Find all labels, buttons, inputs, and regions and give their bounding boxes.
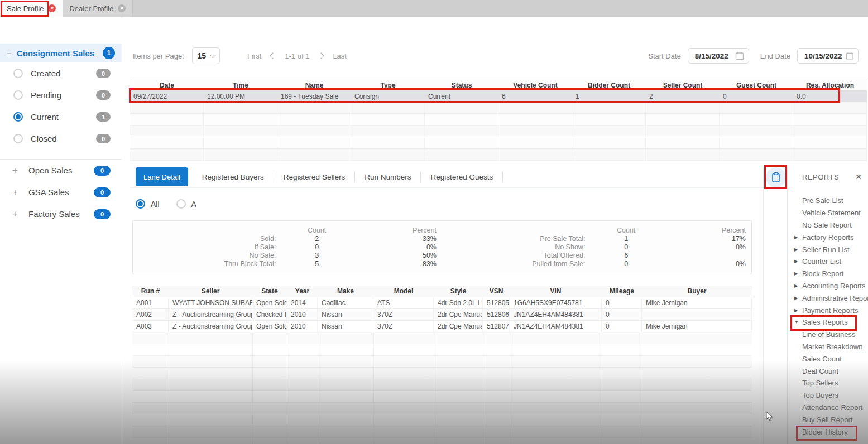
close-tab-icon[interactable]: ✕ bbox=[118, 4, 126, 12]
report-label: Market Breakdown bbox=[802, 342, 862, 351]
radio-icon[interactable] bbox=[176, 199, 186, 209]
radio-icon[interactable] bbox=[13, 134, 23, 143]
summary-right: Count Percent Pre Sale Total: 1 17% No S… bbox=[442, 226, 751, 274]
count-badge: 0 bbox=[96, 90, 111, 100]
report-label: Attendance Report bbox=[802, 403, 862, 412]
report-item-deal-count[interactable]: Deal Count bbox=[788, 365, 868, 377]
report-item-vehicle-statement[interactable]: Vehicle Statement bbox=[788, 207, 868, 219]
tab-registered-sellers[interactable]: Registered Sellers bbox=[274, 171, 355, 182]
report-item-counter-list[interactable]: ▶Counter List bbox=[788, 255, 868, 268]
report-item-no-sale-report[interactable]: No Sale Report bbox=[788, 219, 868, 231]
chevron-left-icon[interactable] bbox=[270, 52, 276, 59]
column-header: Mileage bbox=[602, 286, 642, 297]
empty-row bbox=[132, 426, 752, 438]
reports-title: REPORTS bbox=[802, 173, 855, 181]
cell-seller: Z - Auctionstreaming Group LLC bbox=[169, 321, 252, 332]
cell-make: Nissan bbox=[318, 321, 373, 332]
report-item-sales-count[interactable]: Sales Count bbox=[788, 353, 868, 365]
cell-vehicle-count: 6 bbox=[498, 91, 572, 102]
sidebar-item-label: Current bbox=[31, 112, 96, 122]
cell-vin: JN1AZ4EH4AM484381 bbox=[510, 309, 602, 320]
sidebar-section-factory-sales[interactable]: + Factory Sales 0 bbox=[0, 203, 122, 225]
report-item-line-of-business[interactable]: Line of Business bbox=[788, 329, 868, 341]
chevron-right-icon: ▶ bbox=[794, 283, 798, 288]
report-item-pre-sale-list[interactable]: Pre Sale List bbox=[788, 195, 868, 207]
collapse-icon[interactable]: − bbox=[7, 49, 17, 58]
reports-clipboard-button[interactable] bbox=[766, 167, 786, 187]
report-item-block-report[interactable]: ▶Block Report bbox=[788, 268, 868, 280]
tab-run-numbers[interactable]: Run Numbers bbox=[355, 171, 421, 182]
start-date-input[interactable]: 8/15/2022 bbox=[688, 48, 749, 64]
tab-dealer-profile[interactable]: Dealer Profile ✕ bbox=[63, 0, 133, 17]
sidebar-item-label: GSA Sales bbox=[28, 187, 94, 197]
report-item-accounting-reports[interactable]: ▶Accounting Reports bbox=[788, 280, 868, 292]
sidebar-item-label: Created bbox=[31, 69, 96, 78]
tab-registered-guests[interactable]: Registered Guests bbox=[421, 171, 503, 182]
stat-label: Pre Sale Total: bbox=[442, 235, 587, 243]
pagination-last[interactable]: Last bbox=[333, 52, 347, 60]
report-label: Seller Run List bbox=[802, 245, 850, 254]
items-per-page-select[interactable]: 15 bbox=[192, 47, 220, 64]
sidebar-item-closed[interactable]: Closed 0 bbox=[0, 128, 122, 149]
report-item-market-breakdown[interactable]: Market Breakdown bbox=[788, 341, 868, 353]
cell-model: ATS bbox=[373, 297, 434, 308]
sales-table-row-selected[interactable]: 09/27/2022 12:00:00 PM 169 - Tuesday Sal… bbox=[130, 91, 867, 102]
tab-sale-profile[interactable]: Sale Profile ✕ bbox=[0, 0, 63, 17]
stat-count: 5 bbox=[278, 260, 356, 268]
chevron-right-icon: ▶ bbox=[794, 296, 798, 301]
lane-filter-all[interactable]: All bbox=[136, 199, 160, 209]
report-label: Buy Sell Report bbox=[802, 416, 852, 424]
close-tab-icon[interactable]: ✕ bbox=[48, 4, 56, 12]
cell-seller: Z - Auctionstreaming Group LLC bbox=[169, 309, 252, 320]
calendar-icon[interactable] bbox=[846, 51, 853, 60]
expand-icon[interactable]: + bbox=[12, 165, 23, 176]
percent-header: Percent bbox=[665, 226, 751, 234]
tab-registered-buyers[interactable]: Registered Buyers bbox=[193, 171, 274, 182]
sidebar-item-created[interactable]: Created 0 bbox=[0, 62, 122, 84]
calendar-icon[interactable] bbox=[735, 51, 744, 60]
empty-row bbox=[130, 102, 867, 114]
cell-state: Open Sold bbox=[252, 321, 287, 332]
close-icon[interactable]: ✕ bbox=[855, 172, 862, 181]
report-item-bidder-history[interactable]: Bidder History bbox=[788, 426, 868, 438]
cell-time: 12:00:00 PM bbox=[204, 91, 277, 102]
cell-style: 2dr Cpe Manual ... bbox=[434, 321, 483, 332]
sidebar-section-gsa-sales[interactable]: + GSA Sales 0 bbox=[0, 181, 122, 203]
end-date-input[interactable]: 10/15/2022 bbox=[797, 48, 859, 64]
vehicle-row[interactable]: A002 Z - Auctionstreaming Group LLC Chec… bbox=[132, 309, 752, 321]
chevron-right-icon[interactable] bbox=[318, 52, 324, 59]
sidebar-item-pending[interactable]: Pending 0 bbox=[0, 84, 122, 106]
radio-icon[interactable] bbox=[13, 90, 23, 100]
stat-percent: 0% bbox=[665, 243, 751, 251]
sidebar-section-open-sales[interactable]: + Open Sales 0 bbox=[0, 160, 122, 181]
report-item-seller-run-list[interactable]: ▶Seller Run List bbox=[788, 243, 868, 255]
items-per-page-group: Items per Page: 15 bbox=[133, 48, 220, 64]
report-item-buy-sell-report[interactable]: Buy Sell Report bbox=[788, 413, 868, 426]
tab-lane-detail[interactable]: Lane Detail bbox=[136, 167, 188, 186]
report-item-top-buyers[interactable]: Top Buyers bbox=[788, 389, 868, 402]
count-badge: 0 bbox=[96, 69, 111, 78]
reports-panel: REPORTS ✕ Pre Sale List Vehicle Statemen… bbox=[787, 167, 868, 444]
pagination-first[interactable]: First bbox=[247, 52, 261, 60]
cell-model: 370Z bbox=[373, 321, 434, 332]
report-item-payment-reports[interactable]: ▶Payment Reports bbox=[788, 304, 868, 316]
report-item-factory-reports[interactable]: ▶Factory Reports bbox=[788, 231, 868, 243]
radio-selected-icon[interactable] bbox=[13, 112, 23, 122]
radio-selected-icon[interactable] bbox=[136, 199, 145, 209]
report-item-sales-reports[interactable]: ▼Sales Reports bbox=[788, 316, 868, 329]
sidebar: − Consignment Sales 1 Created 0 Pending … bbox=[0, 17, 122, 444]
report-item-top-sellers[interactable]: Top Sellers bbox=[788, 377, 868, 389]
vehicle-row[interactable]: A001 WYATT JOHNSON SUBARU H... Open Sold… bbox=[132, 297, 752, 309]
sidebar-item-current[interactable]: Current 1 bbox=[0, 106, 122, 128]
radio-icon[interactable] bbox=[13, 69, 23, 78]
expand-icon[interactable]: + bbox=[12, 187, 23, 198]
expand-icon[interactable]: + bbox=[12, 209, 23, 220]
report-item-administrative-reports[interactable]: ▶Administrative Reports bbox=[788, 292, 868, 304]
report-label: Counter List bbox=[802, 257, 841, 266]
sidebar-section-consignment-sales[interactable]: − Consignment Sales 1 bbox=[0, 44, 122, 62]
vehicle-row[interactable]: A003 Z - Auctionstreaming Group LLC Open… bbox=[132, 321, 752, 332]
lane-filter-a[interactable]: A bbox=[176, 199, 196, 209]
report-item-attendance-report[interactable]: Attendance Report bbox=[788, 402, 868, 414]
stat-percent: 83% bbox=[356, 260, 442, 268]
cell-type: Consign bbox=[351, 91, 425, 102]
